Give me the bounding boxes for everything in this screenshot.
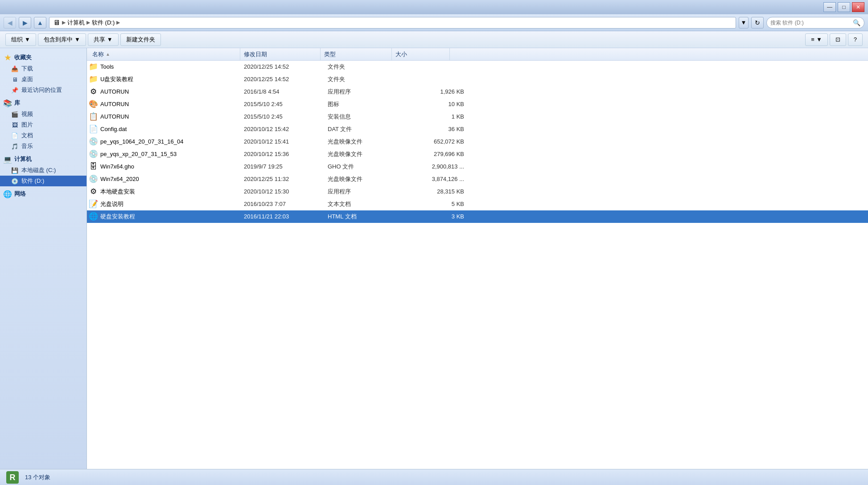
file-area: 名称 ▲ 修改日期 类型 大小 📁 Tools 2020/12/25 14:52… xyxy=(87,48,868,469)
sidebar-item-drive-c[interactable]: 💾 本地磁盘 (C:) xyxy=(0,165,86,176)
file-cell-type: 光盘映像文件 xyxy=(328,150,403,158)
file-name: AUTORUN xyxy=(100,113,129,120)
file-cell-type: DAT 文件 xyxy=(328,125,403,133)
help-button[interactable]: ? xyxy=(848,33,863,46)
dropdown-icon: ▼ xyxy=(741,19,747,26)
file-type-icon: 💿 xyxy=(89,137,98,146)
table-row[interactable]: 🗄 Win7x64.gho 2019/9/7 19:25 GHO 文件 2,90… xyxy=(87,160,868,173)
sidebar-header-library[interactable]: 📚 库 xyxy=(0,97,86,109)
table-row[interactable]: 📝 光盘说明 2016/10/23 7:07 文本文档 5 KB xyxy=(87,198,868,210)
file-cell-type: 光盘映像文件 xyxy=(328,175,403,183)
back-button[interactable]: ◀ xyxy=(4,17,16,29)
file-type-icon: 🎨 xyxy=(89,100,98,109)
forward-button[interactable]: ▶ xyxy=(19,17,31,29)
close-button[interactable]: ✕ xyxy=(852,2,864,12)
search-input[interactable] xyxy=(770,20,851,26)
path-separator-1: ▶ xyxy=(62,20,66,25)
sidebar-item-pictures[interactable]: 🖼 图片 xyxy=(0,119,86,130)
refresh-button[interactable]: ↻ xyxy=(751,17,764,29)
column-header-size[interactable]: 大小 xyxy=(392,48,450,60)
sidebar-header-network[interactable]: 🌐 网络 xyxy=(0,188,86,200)
addressbar: ◀ ▶ ▲ 🖥 ▶ 计算机 ▶ 软件 (D:) ▶ ▼ ↻ 🔍 xyxy=(0,14,868,31)
status-app-icon: R xyxy=(5,470,20,485)
pictures-label: 图片 xyxy=(21,121,33,129)
table-row[interactable]: 📁 U盘安装教程 2020/12/25 14:52 文件夹 xyxy=(87,73,868,86)
address-dropdown-button[interactable]: ▼ xyxy=(739,17,749,29)
path-computer[interactable]: 计算机 xyxy=(67,19,85,27)
include-library-button[interactable]: 包含到库中 ▼ xyxy=(38,33,86,46)
library-icon: 📚 xyxy=(4,99,12,107)
sidebar-item-drive-d[interactable]: 💿 软件 (D:) xyxy=(0,176,86,186)
table-row[interactable]: 📋 AUTORUN 2015/5/10 2:45 安装信息 1 KB xyxy=(87,111,868,123)
file-cell-date: 2020/10/12 15:30 xyxy=(244,188,328,195)
table-row[interactable]: 💿 pe_yqs_1064_20_07_31_16_04 2020/10/12 … xyxy=(87,136,868,148)
new-folder-button[interactable]: 新建文件夹 xyxy=(120,33,161,46)
file-type-icon: 🌐 xyxy=(89,212,98,221)
sidebar: ★ 收藏夹 📥 下载 🖥 桌面 📌 最近访问的位置 📚 库 xyxy=(0,48,87,469)
file-name: pe_yqs_1064_20_07_31_16_04 xyxy=(100,138,184,145)
col-name-sort-icon: ▲ xyxy=(106,52,110,57)
network-icon: 🌐 xyxy=(4,190,12,198)
file-cell-type: 文件夹 xyxy=(328,63,403,71)
view-button[interactable]: ≡ ▼ xyxy=(805,33,827,46)
file-cell-name: 🗄 Win7x64.gho xyxy=(89,162,244,171)
file-cell-date: 2016/11/21 22:03 xyxy=(244,213,328,220)
sidebar-item-video[interactable]: 🎬 视频 xyxy=(0,109,86,119)
table-row[interactable]: ⚙ AUTORUN 2016/1/8 4:54 应用程序 1,926 KB xyxy=(87,86,868,98)
file-cell-name: 📁 Tools xyxy=(89,62,244,71)
favorites-icon: ★ xyxy=(4,53,12,62)
share-button[interactable]: 共享 ▼ xyxy=(88,33,119,46)
file-cell-name: 🎨 AUTORUN xyxy=(89,100,244,109)
toolbar-right: ≡ ▼ ⊡ ? xyxy=(805,33,863,46)
column-header-date[interactable]: 修改日期 xyxy=(240,48,321,60)
maximize-button[interactable]: □ xyxy=(838,2,850,12)
sidebar-item-desktop[interactable]: 🖥 桌面 xyxy=(0,74,86,85)
up-button[interactable]: ▲ xyxy=(34,17,46,29)
computer-label: 计算机 xyxy=(14,155,32,163)
minimize-button[interactable]: — xyxy=(823,2,836,12)
path-drive-d[interactable]: 软件 (D:) xyxy=(92,19,115,27)
desktop-icon: 🖥 xyxy=(11,75,19,83)
titlebar: — □ ✕ xyxy=(0,0,868,14)
preview-pane-button[interactable]: ⊡ xyxy=(830,33,846,46)
file-cell-name: ⚙ 本地硬盘安装 xyxy=(89,187,244,196)
file-cell-size: 3 KB xyxy=(403,213,464,220)
file-type-icon: 📄 xyxy=(89,125,98,134)
file-cell-date: 2019/9/7 19:25 xyxy=(244,163,328,170)
column-header-type[interactable]: 类型 xyxy=(321,48,392,60)
table-row[interactable]: 📁 Tools 2020/12/25 14:52 文件夹 xyxy=(87,61,868,73)
share-dropdown-icon: ▼ xyxy=(107,36,113,43)
file-cell-date: 2016/1/8 4:54 xyxy=(244,88,328,95)
file-cell-date: 2015/5/10 2:45 xyxy=(244,113,328,120)
search-icon[interactable]: 🔍 xyxy=(853,19,860,26)
table-row[interactable]: 💿 pe_yqs_xp_20_07_31_15_53 2020/10/12 15… xyxy=(87,148,868,160)
drive-c-label: 本地磁盘 (C:) xyxy=(21,166,56,174)
sidebar-item-downloads[interactable]: 📥 下载 xyxy=(0,63,86,74)
sidebar-header-computer[interactable]: 💻 计算机 xyxy=(0,153,86,165)
file-cell-type: HTML 文档 xyxy=(328,213,403,221)
table-row[interactable]: ⚙ 本地硬盘安装 2020/10/12 15:30 应用程序 28,315 KB xyxy=(87,185,868,198)
sidebar-item-music[interactable]: 🎵 音乐 xyxy=(0,141,86,152)
file-cell-size: 10 KB xyxy=(403,101,464,107)
file-type-icon: 🗄 xyxy=(89,162,98,171)
table-row[interactable]: 📄 Config.dat 2020/10/12 15:42 DAT 文件 36 … xyxy=(87,123,868,136)
sidebar-header-favorites[interactable]: ★ 收藏夹 xyxy=(0,52,86,63)
file-cell-date: 2020/12/25 11:32 xyxy=(244,176,328,182)
file-cell-type: 文本文档 xyxy=(328,200,403,208)
table-row[interactable]: 💿 Win7x64_2020 2020/12/25 11:32 光盘映像文件 3… xyxy=(87,173,868,185)
downloads-icon: 📥 xyxy=(11,65,19,73)
sidebar-section-computer: 💻 计算机 💾 本地磁盘 (C:) 💿 软件 (D:) xyxy=(0,153,86,186)
column-header-name[interactable]: 名称 ▲ xyxy=(89,48,240,60)
file-name: 本地硬盘安装 xyxy=(100,188,135,196)
table-row[interactable]: 🌐 硬盘安装教程 2016/11/21 22:03 HTML 文档 3 KB xyxy=(87,210,868,223)
computer-icon: 💻 xyxy=(4,155,12,163)
address-path[interactable]: 🖥 ▶ 计算机 ▶ 软件 (D:) ▶ xyxy=(49,17,736,29)
organize-button[interactable]: 组织 ▼ xyxy=(5,33,36,46)
file-type-icon: ⚙ xyxy=(89,187,98,196)
main-layout: ★ 收藏夹 📥 下载 🖥 桌面 📌 最近访问的位置 📚 库 xyxy=(0,48,868,469)
sidebar-item-recent[interactable]: 📌 最近访问的位置 xyxy=(0,85,86,95)
table-row[interactable]: 🎨 AUTORUN 2015/5/10 2:45 图标 10 KB xyxy=(87,98,868,111)
search-box[interactable]: 🔍 xyxy=(766,17,864,29)
sidebar-item-documents[interactable]: 📄 文档 xyxy=(0,130,86,141)
file-cell-size: 36 KB xyxy=(403,126,464,132)
